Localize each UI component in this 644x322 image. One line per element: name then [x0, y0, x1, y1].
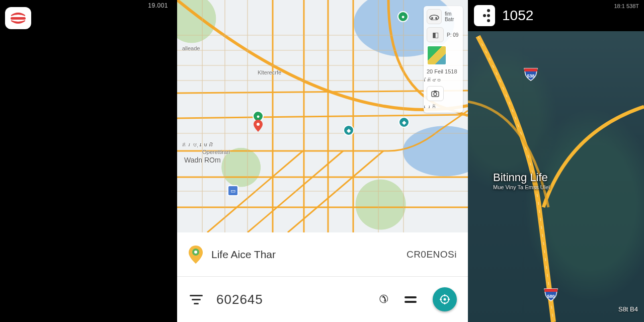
svg-rect-0	[11, 17, 26, 20]
svg-point-13	[430, 15, 439, 20]
svg-point-22	[444, 298, 446, 301]
left-black-panel: 19.001	[0, 0, 177, 322]
svg-point-15	[435, 17, 437, 19]
place-pin-icon	[188, 246, 203, 264]
svg-rect-18	[434, 91, 437, 92]
traffic-toggle-button[interactable]	[427, 9, 442, 24]
satellite-map-canvas[interactable]: Bitinng Life Mue Viny Ta Emss Ulel S8t B…	[468, 31, 644, 322]
app-launcher-button[interactable]	[5, 7, 31, 29]
place-code-value: 602645	[216, 292, 263, 307]
toolbar-label: P: 09	[447, 32, 458, 38]
place-details-row: 602645 ✆	[177, 277, 468, 322]
poi-pin-blue[interactable]: ▭	[227, 185, 238, 196]
toolbar-poi-label: រេក៌	[427, 104, 460, 110]
map-marker-icon[interactable]	[254, 120, 263, 132]
svg-point-14	[431, 17, 433, 19]
toolbar-poi-label: ត៌ែ៤០	[427, 77, 460, 83]
overlay-title: Bitinng Life	[493, 171, 548, 184]
poi-pin-teal[interactable]: ◆	[343, 125, 354, 136]
svg-text:538: 538	[527, 73, 534, 78]
map-label: Klterecrfe	[258, 69, 281, 75]
streetview-button[interactable]	[427, 86, 444, 101]
map-toolbar: fim Batr ◧ P: 09 20 Feil 1518 ត៌ែ៤០ រេក៌	[424, 6, 463, 113]
status-bar-right: 1052 18:1 538T	[468, 0, 644, 31]
place-action-button[interactable]: CR0ENOSi	[407, 249, 457, 260]
camera-icon	[431, 89, 440, 98]
center-street-map-app: alleade Klterecrfe ឥរបុរមេសិ Operettirar…	[177, 0, 468, 322]
place-name-label: Life Aice Thar	[211, 249, 276, 261]
filter-icon[interactable]	[188, 292, 204, 306]
menu-icon[interactable]	[405, 296, 417, 303]
status-time-right: 18:1 538T	[614, 3, 639, 9]
svg-point-17	[434, 93, 437, 96]
map-label: ឥរបុរមេសិ	[181, 142, 214, 148]
map-label: alleade	[182, 45, 200, 51]
right-satellite-map-app: 1052 18:1 538T Bitinng Life Mue Viny Ta …	[468, 0, 644, 322]
svg-text:580: 580	[547, 294, 554, 299]
place-header-row: Life Aice Thar CR0ENOSi	[177, 232, 468, 277]
app-icon-right[interactable]	[474, 5, 495, 26]
toolbar-label: fim Batr	[445, 11, 460, 22]
toolbar-date: 20 Feil 1518	[427, 68, 460, 74]
map-label: Wadn ROm	[184, 156, 221, 164]
map-style-thumbnail[interactable]	[427, 45, 447, 65]
exit-label: S8t B4	[618, 305, 638, 313]
burger-icon	[9, 11, 27, 25]
layers-button[interactable]: ◧	[427, 27, 444, 42]
phone-icon[interactable]: ✆	[379, 293, 388, 306]
navigate-fab[interactable]	[433, 287, 457, 311]
svg-point-12	[257, 123, 260, 126]
target-icon	[439, 294, 450, 305]
highway-shield-icon: 580	[543, 287, 558, 302]
highway-shield-icon: 538	[523, 66, 538, 82]
street-map-canvas[interactable]: alleade Klterecrfe ឥរបុរមេសិ Operettirar…	[177, 0, 468, 232]
place-bottom-sheet[interactable]: Life Aice Thar CR0ENOSi 602645 ✆	[177, 232, 468, 322]
clock-label: 1052	[502, 8, 533, 24]
status-time-left: 19.001	[148, 2, 168, 9]
map-label: Operettirari	[202, 149, 230, 155]
poi-pin-teal[interactable]: ◆	[398, 117, 410, 128]
poi-pin-green[interactable]: ●	[397, 11, 409, 22]
svg-point-20	[194, 251, 197, 254]
overlay-subtitle: Mue Viny Ta Emss Ulel	[493, 184, 550, 190]
